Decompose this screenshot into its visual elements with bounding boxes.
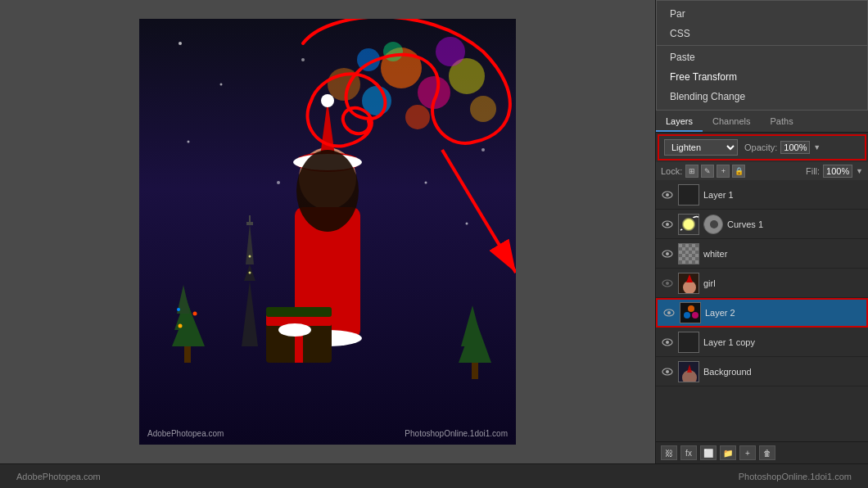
context-menu-free-transform[interactable]: Free Transform <box>657 67 867 87</box>
add-mask-button[interactable]: ⬜ <box>700 445 717 460</box>
layer-name-layer2: Layer 2 <box>705 308 861 318</box>
right-panel: Par CSS Paste Free Transform Blending Ch… <box>655 0 868 463</box>
lock-all-btn[interactable]: 🔒 <box>732 165 745 178</box>
layer-name-girl: girl <box>703 278 863 288</box>
layer-eye-layer1copy[interactable] <box>661 336 674 349</box>
delete-layer-button[interactable]: 🗑 <box>759 445 775 460</box>
svg-line-50 <box>442 150 516 273</box>
layer-item-background[interactable]: Background <box>656 357 868 386</box>
opacity-input[interactable] <box>780 141 810 154</box>
photo-canvas: AdobePhotopea.com PhotoshopOnline.1doi1.… <box>139 19 516 445</box>
layer-eye-layer1[interactable] <box>661 188 674 201</box>
svg-rect-53 <box>679 185 698 205</box>
new-group-button[interactable]: 📁 <box>720 445 736 460</box>
layer-item-curves1[interactable]: Curves 1 <box>656 210 868 239</box>
opacity-arrow-icon[interactable]: ▼ <box>813 143 821 151</box>
layer-name-layer1: Layer 1 <box>703 190 863 200</box>
layer-eye-girl[interactable] <box>661 277 674 290</box>
context-menu-blending-change[interactable]: Blending Change <box>657 87 867 106</box>
svg-point-67 <box>667 311 671 314</box>
watermark-left: AdobePhotopea.com <box>147 429 224 438</box>
layer-thumb-curves1-b <box>703 215 723 234</box>
layer-thumb-girl <box>678 273 699 294</box>
svg-point-73 <box>666 341 669 344</box>
svg-point-69 <box>688 305 694 312</box>
bottom-bar: AdobePhotopea.com PhotoshopOnline.1doi1.… <box>0 463 868 488</box>
link-layers-button[interactable]: ⛓ <box>661 445 677 460</box>
fill-input[interactable] <box>823 165 852 178</box>
tab-layers[interactable]: Layers <box>656 112 703 132</box>
svg-point-58 <box>710 220 718 228</box>
layer-item-layer2[interactable]: Layer 2 <box>656 298 868 328</box>
layer-thumb-layer1copy <box>678 332 699 353</box>
new-layer-button[interactable]: + <box>739 445 756 460</box>
blend-opacity-row: Lighten Normal Multiply Screen Overlay D… <box>658 134 866 160</box>
layer-thumb-background <box>678 361 699 382</box>
tab-paths[interactable]: Paths <box>761 112 803 132</box>
bottom-watermark-left: AdobePhotopea.com <box>16 472 101 481</box>
svg-point-60 <box>666 252 669 255</box>
layer-name-background: Background <box>703 367 863 377</box>
svg-point-55 <box>666 223 669 226</box>
svg-point-52 <box>666 193 669 197</box>
context-menu: Par CSS Paste Free Transform Blending Ch… <box>656 0 868 111</box>
panel-bottom-toolbar: ⛓ fx ⬜ 📁 + 🗑 <box>656 441 868 463</box>
lock-fill-row: Lock: ⊞ ✎ + 🔒 Fill: ▼ <box>656 162 868 180</box>
lock-position-btn[interactable]: + <box>717 165 730 178</box>
canvas-area: AdobePhotopea.com PhotoshopOnline.1doi1.… <box>0 0 655 463</box>
context-menu-paste[interactable]: Paste <box>657 47 867 67</box>
layer-name-layer1copy: Layer 1 copy <box>703 337 863 347</box>
layer-thumb-curves1 <box>678 214 699 235</box>
layer-item-layer1[interactable]: Layer 1 <box>656 180 868 210</box>
fill-label: Fill: <box>806 166 820 176</box>
lock-image-btn[interactable]: ✎ <box>701 165 714 178</box>
context-menu-par[interactable]: Par <box>657 4 867 24</box>
svg-point-76 <box>666 370 669 373</box>
bottom-watermark-right: PhotoshopOnline.1doi1.com <box>739 472 852 481</box>
layer-thumb-layer2 <box>680 302 701 323</box>
watermark-right: PhotoshopOnline.1doi1.com <box>405 429 508 438</box>
layer-item-layer1copy[interactable]: Layer 1 copy <box>656 328 868 357</box>
layers-list: Layer 1 Curves 1 <box>656 180 868 441</box>
lock-transparent-btn[interactable]: ⊞ <box>685 165 698 178</box>
layer-item-whiter[interactable]: whiter <box>656 239 868 269</box>
layer-eye-background[interactable] <box>661 365 674 378</box>
layer-fx-button[interactable]: fx <box>680 445 697 460</box>
layer-thumb-whiter <box>678 243 699 264</box>
layer-name-whiter: whiter <box>703 249 863 259</box>
svg-point-70 <box>684 312 690 319</box>
layers-tabs: Layers Channels Paths <box>656 111 868 133</box>
lock-label: Lock: <box>661 166 682 176</box>
layer-name-curves1: Curves 1 <box>727 219 863 229</box>
lock-icons: ⊞ ✎ + 🔒 <box>685 165 745 178</box>
layer-eye-layer2[interactable] <box>662 306 676 319</box>
fill-arrow-icon[interactable]: ▼ <box>856 167 863 175</box>
tab-channels[interactable]: Channels <box>703 112 760 132</box>
opacity-label: Opacity: <box>744 142 777 152</box>
context-menu-css[interactable]: CSS <box>657 24 867 43</box>
blend-mode-select[interactable]: Lighten Normal Multiply Screen Overlay D… <box>664 139 738 156</box>
svg-point-71 <box>692 312 698 319</box>
svg-rect-74 <box>679 332 698 353</box>
layer-eye-whiter[interactable] <box>661 247 674 260</box>
layer-thumb-layer1 <box>678 184 699 206</box>
layer-item-girl[interactable]: girl <box>656 269 868 298</box>
layer-eye-curves1[interactable] <box>661 218 674 231</box>
svg-point-62 <box>666 282 669 285</box>
svg-point-64 <box>683 281 696 294</box>
